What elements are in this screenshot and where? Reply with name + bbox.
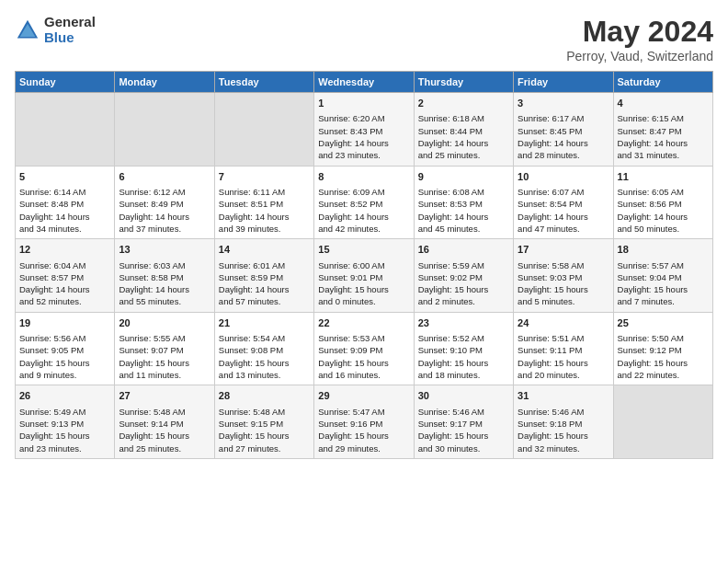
day-info-line: Sunset: 9:02 PM [418,271,509,283]
day-number: 29 [318,389,409,403]
day-info-line: Daylight: 14 hours [418,211,509,223]
calendar-cell: 27Sunrise: 5:48 AMSunset: 9:14 PMDayligh… [115,385,214,459]
day-info-line: Daylight: 15 hours [219,357,310,369]
day-info-line: Sunrise: 5:48 AM [119,406,210,418]
day-info-line: Daylight: 15 hours [518,357,609,369]
day-number: 14 [219,243,310,257]
day-info-line: and 37 minutes. [119,223,210,235]
day-number: 5 [19,170,110,184]
day-info-line: Daylight: 14 hours [618,137,709,149]
day-number: 30 [418,389,509,403]
day-number: 2 [418,97,509,110]
day-info-line: and 16 minutes. [318,369,409,381]
day-info-line: and 29 minutes. [318,442,409,454]
day-info-line: Daylight: 15 hours [618,283,709,295]
day-info-line: Daylight: 14 hours [518,211,609,223]
logo: General Blue [15,15,96,45]
day-number: 6 [119,170,210,184]
day-info-line: Sunset: 9:09 PM [318,344,409,356]
day-number: 28 [219,389,310,403]
day-info-line: Sunrise: 6:04 AM [19,259,110,271]
day-info-line: Sunset: 8:57 PM [19,271,110,283]
calendar-cell: 3Sunrise: 6:17 AMSunset: 8:45 PMDaylight… [514,93,613,167]
day-info-line: and 31 minutes. [618,149,709,161]
day-info-line: Daylight: 14 hours [119,283,210,295]
calendar-cell: 21Sunrise: 5:54 AMSunset: 9:08 PMDayligh… [214,312,313,385]
day-info-line: Sunrise: 5:57 AM [618,259,709,271]
calendar-week-row: 12Sunrise: 6:04 AMSunset: 8:57 PMDayligh… [16,239,713,313]
weekday-header-monday: Monday [115,72,214,93]
day-info-line: and 42 minutes. [318,223,409,235]
day-info-line: Sunset: 8:47 PM [618,125,709,137]
day-info-line: Sunset: 9:05 PM [19,344,110,356]
day-info-line: and 20 minutes. [518,369,609,381]
day-info-line: Sunrise: 5:50 AM [618,332,709,344]
day-info-line: and 0 minutes. [318,295,409,307]
calendar-week-row: 26Sunrise: 5:49 AMSunset: 9:13 PMDayligh… [16,385,713,459]
day-info-line: Sunset: 8:58 PM [119,271,210,283]
page-header: General Blue May 2024 Perroy, Vaud, Swit… [15,15,713,63]
day-info-line: Sunset: 9:17 PM [418,418,509,430]
day-info-line: Sunrise: 5:54 AM [219,332,310,344]
day-info-line: and 28 minutes. [518,149,609,161]
day-info-line: Sunrise: 5:56 AM [19,332,110,344]
calendar-cell: 23Sunrise: 5:52 AMSunset: 9:10 PMDayligh… [414,312,513,385]
day-info-line: and 27 minutes. [219,442,310,454]
calendar-cell: 13Sunrise: 6:03 AMSunset: 8:58 PMDayligh… [115,239,214,313]
day-info-line: Daylight: 14 hours [19,283,110,295]
calendar-cell: 4Sunrise: 6:15 AMSunset: 8:47 PMDaylight… [613,93,712,167]
logo-general-text: General [44,15,96,30]
day-info-line: Sunrise: 5:46 AM [518,406,609,418]
day-info-line: and 22 minutes. [618,369,709,381]
day-info-line: Sunset: 9:08 PM [219,344,310,356]
day-info-line: Sunrise: 5:49 AM [19,406,110,418]
day-info-line: Sunset: 8:52 PM [318,198,409,210]
day-info-line: Sunrise: 6:18 AM [418,112,509,124]
weekday-header-friday: Friday [514,72,613,93]
calendar-cell: 10Sunrise: 6:07 AMSunset: 8:54 PMDayligh… [514,166,613,239]
logo-blue-text: Blue [44,30,96,46]
day-info-line: Daylight: 15 hours [19,357,110,369]
day-info-line: Sunset: 9:12 PM [618,344,709,356]
day-info-line: Sunrise: 6:11 AM [219,186,310,198]
calendar-cell: 17Sunrise: 5:58 AMSunset: 9:03 PMDayligh… [514,239,613,313]
calendar-cell: 19Sunrise: 5:56 AMSunset: 9:05 PMDayligh… [16,312,115,385]
day-info-line: Daylight: 14 hours [119,211,210,223]
day-info-line: and 2 minutes. [418,295,509,307]
weekday-header-sunday: Sunday [16,72,115,93]
day-info-line: Sunset: 8:48 PM [19,198,110,210]
day-number: 9 [418,170,509,184]
day-info-line: Daylight: 15 hours [318,357,409,369]
day-info-line: and 11 minutes. [119,369,210,381]
calendar-cell: 7Sunrise: 6:11 AMSunset: 8:51 PMDaylight… [214,166,313,239]
day-number: 10 [518,170,609,184]
day-info-line: Sunset: 9:04 PM [618,271,709,283]
day-info-line: Sunset: 8:49 PM [119,198,210,210]
day-info-line: and 23 minutes. [318,149,409,161]
day-info-line: Sunset: 8:45 PM [518,125,609,137]
day-info-line: Sunrise: 5:58 AM [518,259,609,271]
calendar-cell: 5Sunrise: 6:14 AMSunset: 8:48 PMDaylight… [16,166,115,239]
calendar-cell: 18Sunrise: 5:57 AMSunset: 9:04 PMDayligh… [613,239,712,313]
weekday-header-wednesday: Wednesday [314,72,414,93]
calendar-cell: 11Sunrise: 6:05 AMSunset: 8:56 PMDayligh… [613,166,712,239]
day-info-line: Sunrise: 6:15 AM [618,112,709,124]
day-info-line: Daylight: 14 hours [418,137,509,149]
day-info-line: Daylight: 15 hours [518,430,609,442]
day-info-line: Sunset: 9:01 PM [318,271,409,283]
weekday-header-row: SundayMondayTuesdayWednesdayThursdayFrid… [16,72,713,93]
main-title: May 2024 [566,15,713,49]
day-number: 4 [618,97,709,110]
day-info-line: Daylight: 14 hours [518,137,609,149]
calendar-cell: 26Sunrise: 5:49 AMSunset: 9:13 PMDayligh… [16,385,115,459]
day-info-line: Daylight: 15 hours [318,283,409,295]
weekday-header-tuesday: Tuesday [214,72,313,93]
weekday-header-thursday: Thursday [414,72,513,93]
day-number: 18 [618,243,709,257]
calendar-cell: 6Sunrise: 6:12 AMSunset: 8:49 PMDaylight… [115,166,214,239]
day-info-line: Sunset: 8:51 PM [219,198,310,210]
calendar-cell: 25Sunrise: 5:50 AMSunset: 9:12 PMDayligh… [613,312,712,385]
day-info-line: Sunrise: 5:59 AM [418,259,509,271]
calendar-cell: 9Sunrise: 6:08 AMSunset: 8:53 PMDaylight… [414,166,513,239]
day-info-line: Daylight: 14 hours [618,211,709,223]
